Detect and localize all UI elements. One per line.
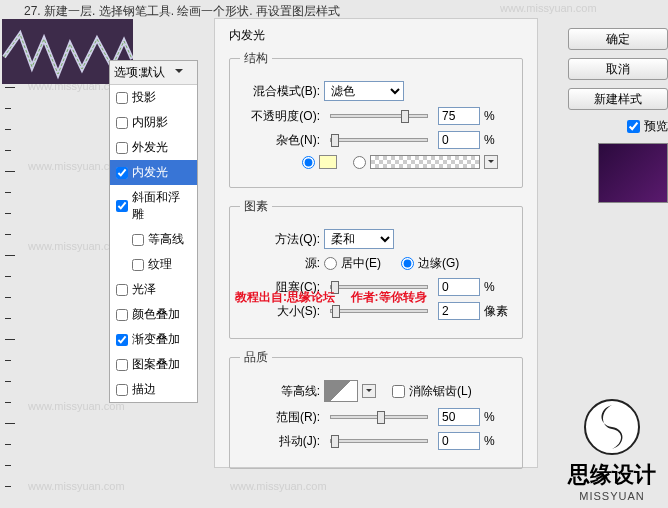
style-texture[interactable]: 纹理 [110,252,197,277]
style-stroke[interactable]: 描边 [110,377,197,402]
logo-subtext: MISSYUAN [568,490,656,502]
style-outer-glow[interactable]: 外发光 [110,135,197,160]
right-column: 确定 取消 新建样式 预览 [558,28,668,203]
style-contour[interactable]: 等高线 [110,227,197,252]
range-input[interactable] [438,408,480,426]
quality-legend: 品质 [240,349,272,366]
contour-dropdown-icon[interactable] [362,384,376,398]
style-label: 描边 [132,381,156,398]
noise-input[interactable] [438,131,480,149]
logo-icon [584,399,640,455]
elements-legend: 图素 [240,198,272,215]
checkbox[interactable] [132,234,144,246]
pct-unit: % [484,410,512,424]
elements-group: 图素 方法(Q): 柔和 源: 居中(E) 边缘(G) 阻塞(C): % 大小(… [229,198,523,339]
style-label: 等高线 [148,231,184,248]
method-select[interactable]: 柔和 [324,229,394,249]
watermark: www.missyuan.com [500,2,597,14]
watermark: www.missyuan.com [230,480,327,492]
source-center-radio[interactable] [324,257,337,270]
style-color-overlay[interactable]: 颜色叠加 [110,302,197,327]
choke-input[interactable] [438,278,480,296]
preview-label: 预览 [644,118,668,135]
style-label: 内阴影 [132,114,168,131]
gradient-picker[interactable] [370,155,480,169]
opacity-slider[interactable] [330,114,428,118]
style-label: 外发光 [132,139,168,156]
antialias-checkbox[interactable] [392,385,405,398]
jitter-slider[interactable] [330,439,428,443]
structure-legend: 结构 [240,50,272,67]
antialias-label: 消除锯齿(L) [409,383,472,400]
pct-unit: % [484,133,512,147]
opacity-input[interactable] [438,107,480,125]
new-style-button[interactable]: 新建样式 [568,88,668,110]
checkbox[interactable] [116,309,128,321]
panel-title: 内发光 [229,27,523,44]
checkbox[interactable] [116,200,128,212]
site-logo: 思缘设计 MISSYUAN [568,399,656,502]
style-label: 内发光 [132,164,168,181]
style-label: 光泽 [132,281,156,298]
checkbox[interactable] [132,259,144,271]
blend-mode-select[interactable]: 滤色 [324,81,404,101]
styles-header[interactable]: 选项:默认 [110,61,197,85]
checkbox[interactable] [116,384,128,396]
style-label: 图案叠加 [132,356,180,373]
contour-picker[interactable] [324,380,358,402]
style-label: 投影 [132,89,156,106]
gradient-dropdown-icon[interactable] [484,155,498,169]
watermark: www.missyuan.com [28,480,125,492]
style-satin[interactable]: 光泽 [110,277,197,302]
source-edge-label: 边缘(G) [418,255,459,272]
pct-unit: % [484,109,512,123]
checkbox[interactable] [116,284,128,296]
logo-text: 思缘设计 [568,460,656,490]
style-drop-shadow[interactable]: 投影 [110,85,197,110]
inner-glow-panel: 内发光 结构 混合模式(B): 滤色 不透明度(O): % 杂色(N): % [214,18,538,468]
checkbox[interactable] [116,359,128,371]
source-edge-radio[interactable] [401,257,414,270]
pct-unit: % [484,280,512,294]
blend-mode-label: 混合模式(B): [240,83,320,100]
pct-unit: % [484,434,512,448]
noise-slider[interactable] [330,138,428,142]
cancel-button[interactable]: 取消 [568,58,668,80]
style-inner-shadow[interactable]: 内阴影 [110,110,197,135]
preview-checkbox[interactable] [627,120,640,133]
style-inner-glow[interactable]: 内发光 [110,160,197,185]
structure-group: 结构 混合模式(B): 滤色 不透明度(O): % 杂色(N): % [229,50,523,188]
style-label: 颜色叠加 [132,306,180,323]
style-pattern-overlay[interactable]: 图案叠加 [110,352,197,377]
px-unit: 像素 [484,303,512,320]
checkbox[interactable] [116,167,128,179]
size-input[interactable] [438,302,480,320]
checkbox[interactable] [116,117,128,129]
checkbox[interactable] [116,142,128,154]
style-label: 斜面和浮雕 [132,189,191,223]
ok-button[interactable]: 确定 [568,28,668,50]
style-label: 纹理 [148,256,172,273]
gradient-radio[interactable] [353,156,366,169]
style-bevel-emboss[interactable]: 斜面和浮雕 [110,185,197,227]
ruler-ticks [5,87,11,507]
style-label: 渐变叠加 [132,331,180,348]
source-label: 源: [240,255,320,272]
color-swatch[interactable] [319,155,337,169]
jitter-input[interactable] [438,432,480,450]
color-radio[interactable] [302,156,315,169]
layer-styles-list: 选项:默认 投影 内阴影 外发光 内发光 斜面和浮雕 等高线 纹理 光泽 颜色叠… [109,60,198,403]
range-label: 范围(R): [240,409,320,426]
size-slider[interactable] [330,309,428,313]
preview-swatch [598,143,668,203]
jitter-label: 抖动(J): [240,433,320,450]
style-gradient-overlay[interactable]: 渐变叠加 [110,327,197,352]
quality-group: 品质 等高线: 消除锯齿(L) 范围(R): % 抖动(J): % [229,349,523,469]
range-slider[interactable] [330,415,428,419]
checkbox[interactable] [116,334,128,346]
opacity-label: 不透明度(O): [240,108,320,125]
noise-label: 杂色(N): [240,132,320,149]
credit-text: 教程出自:思缘论坛 作者:等你转身 [235,288,427,306]
checkbox[interactable] [116,92,128,104]
contour-label: 等高线: [240,383,320,400]
